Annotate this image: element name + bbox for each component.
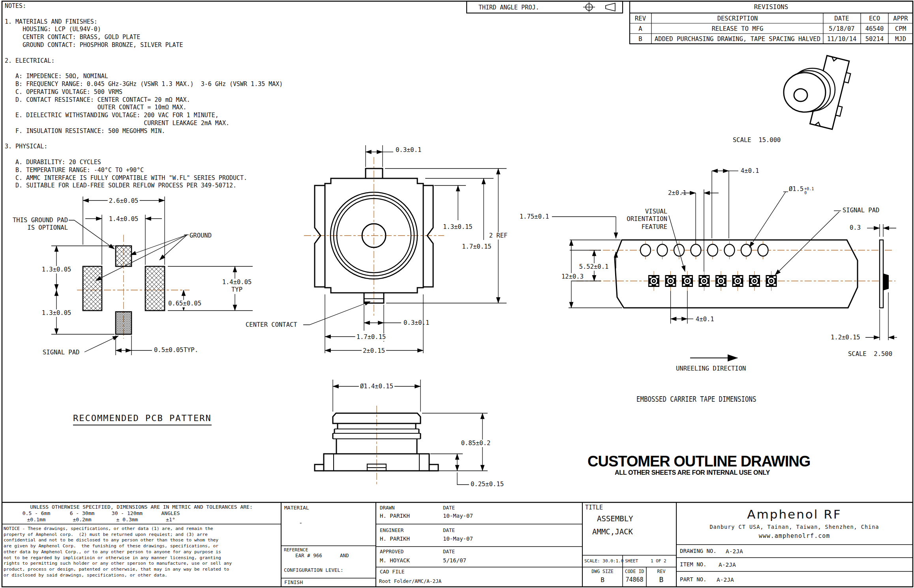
tape-dim-hole-to-pocket: 5.52±0.1 [578, 263, 610, 271]
pcb-dim-height-lower: 1.3±0.05 [41, 309, 73, 317]
approved-label: APPROVED [380, 549, 404, 555]
tape-dim-hole: Ø1.5+0.10 [789, 185, 814, 195]
tape-dim-pocket-depth: 1.2±0.15 [831, 334, 860, 341]
tape-scale-label: SCALE 2.500 [848, 350, 892, 358]
engineer-date-label: DATE [443, 527, 455, 534]
sheet-label: SHEET [625, 558, 638, 564]
title-line1: ASSEMBLY [597, 514, 633, 524]
tol-value-4: ±1° [166, 517, 175, 523]
drawing-no-label: DRAWING NO. [680, 548, 717, 555]
notes-block: NOTES: 1. MATERIALS AND FINISHES: HOUSIN… [5, 2, 283, 190]
tol-value-2: ±0.2mm [73, 517, 92, 523]
rev-b-eco: 50214 [865, 36, 884, 43]
tolerance-header: UNLESS OTHERWISE SPECIFIED, DIMENSIONS A… [30, 504, 253, 510]
code-id-value: 74868 [625, 576, 643, 584]
rev-a-rev: A [638, 25, 642, 33]
pcb-dim-height-upper: 1.3±0.05 [41, 266, 73, 273]
cad-file-value: Root Folder/AMC/A-2JA [379, 578, 441, 584]
tape-dim-top-margin: 1.75±0.1 [520, 213, 549, 221]
drawn-label: DRAWN [380, 505, 395, 511]
tape-title: EMBOSSED CARRIER TAPE DIMENSIONS [636, 395, 756, 404]
part-no-label: PART NO. [680, 576, 706, 583]
tape-signal-pad-label: SIGNAL PAD [843, 207, 879, 214]
title-label: TITLE [585, 504, 603, 511]
drawn-date-label: DATE [443, 505, 455, 511]
tape-visual-orientation-label: VISUAL ORIENTATION FEATURE [615, 208, 667, 231]
rev-a-description: RELEASE TO MFG [712, 25, 764, 33]
revisions-header-appr: APPR [893, 15, 908, 22]
notice-text: NOTICE - These drawings, specifications,… [4, 526, 232, 578]
drawing-sheet: NOTES: 1. MATERIALS AND FINISHES: HOUSIN… [0, 0, 914, 588]
tv-dim-tab-bottom: 0.3±0.1 [404, 319, 429, 327]
iso-scale-label: SCALE 15.000 [733, 137, 781, 144]
tv-dim-height-outer: 1.7±0.15 [462, 243, 492, 251]
tol-minus: 0 [804, 191, 814, 195]
rev-b-date: 11/10/14 [827, 36, 857, 43]
rev-label: REV [657, 569, 666, 574]
tape-dim-pitch-bottom: 4±0.1 [696, 316, 714, 323]
tape-dim-hole-value: Ø1.5 [789, 185, 803, 193]
configuration-label: CONFIGURATION LEVEL: [284, 567, 343, 573]
tape-dim-offset: 2±0.1 [668, 189, 687, 197]
company-logo: Amphenol RF [747, 507, 841, 522]
rev-a-date: 5/18/07 [829, 25, 854, 33]
tol-range-1: 0.5 - 6mm [23, 510, 50, 517]
drawn-date: 10-May-07 [443, 513, 473, 520]
pcb-title: RECOMMENDED PCB PATTERN [73, 413, 212, 425]
pcb-dim-inner-width: 1.4±0.05 [108, 215, 140, 223]
tv-center-contact-label: CENTER CONTACT [246, 321, 297, 329]
rev-value: B [659, 575, 664, 584]
drawn-name: H. PARIKH [380, 513, 410, 520]
finish-label: FINISH [284, 579, 303, 586]
cad-file-label: CAD FILE [380, 569, 405, 575]
projection-label: THIRD ANGLE PROJ. [479, 4, 539, 11]
pcb-dim-signal-width: 0.5±0.05TYP. [154, 346, 198, 354]
drawing-no-value: A-2JA [726, 548, 743, 555]
title-line2: AMMC,JACK [592, 527, 633, 537]
tol-range-3: 30 - 120mm [112, 510, 143, 517]
part-no-value: A-2JA [717, 576, 734, 583]
rev-b-description: ADDED PURCHASING DRAWING, TAPE SPACING H… [655, 36, 820, 43]
tape-dim-thickness: 0.3 [850, 224, 861, 232]
stamp-subtitle: ALL OTHER SHEETS ARE FOR INTERNAL USE ON… [615, 469, 770, 477]
rev-b-rev: B [638, 36, 642, 43]
revisions-header-eco: ECO [869, 15, 880, 22]
pcb-ground-label: GROUND [190, 232, 212, 240]
side-view-drawing [315, 380, 488, 485]
pcb-dim-center-offset: 0.65±0.05 [167, 300, 203, 307]
item-no-label: ITEM NO. [680, 561, 706, 568]
item-no-value: A-2JA [719, 561, 736, 568]
company-address: Danbury CT USA, Tainan, Taiwan, Shenzhen… [709, 524, 879, 530]
approved-date-label: DATE [443, 549, 455, 555]
material-value: - [299, 519, 302, 527]
revisions-header-rev: REV [635, 15, 646, 22]
material-label: MATERIAL [284, 505, 309, 511]
sv-dim-height: 0.85±0.2 [460, 440, 492, 447]
scale-value: SCALE: 30.0:1.0 [584, 558, 623, 564]
rev-b-appr: MJD [895, 36, 906, 43]
engineer-date: 10-May-07 [443, 536, 473, 543]
tape-unreeling-label: UNREELING DIRECTION [676, 365, 746, 373]
dwg-size-label: DWG SIZE [591, 569, 613, 574]
code-id-label: CODE ID [625, 569, 644, 574]
revisions-header-description: DESCRIPTION [717, 15, 758, 22]
revisions-title: REVISIONS [754, 3, 788, 11]
approved-date: 5/16/07 [443, 557, 466, 564]
company-website: www.amphenolrf.com [759, 532, 830, 540]
tape-dim-pitch-top: 4±0.1 [741, 167, 759, 175]
tv-dim-tab-top: 0.3±0.1 [396, 146, 421, 154]
pcb-optional-note: THIS GROUND PAD IS OPTIONAL [8, 217, 68, 232]
tape-dim-hole-tolerance: +0.10 [804, 187, 814, 195]
tol-value-3: ± 0.3mm [116, 517, 138, 523]
reference-value: EAR # 966 AND [295, 552, 349, 559]
pcb-dim-outer-width: 2.6±0.05 [108, 197, 140, 205]
tv-dim-total-height: 2 REF [488, 232, 509, 240]
tv-dim-height-inner: 1.3±0.15 [443, 223, 473, 231]
sv-dim-diameter: Ø1.4±0.15 [359, 383, 394, 390]
pcb-dim-pad-height: 1.4±0.05 TYP [221, 279, 253, 294]
pcb-pattern-drawing [51, 197, 253, 355]
tape-dim-width: 12±0.3 [560, 273, 585, 281]
engineer-name: H. PARIKH [380, 536, 410, 543]
engineer-label: ENGINEER [380, 527, 404, 534]
sheet-value: 1 OF 2 [651, 558, 666, 564]
